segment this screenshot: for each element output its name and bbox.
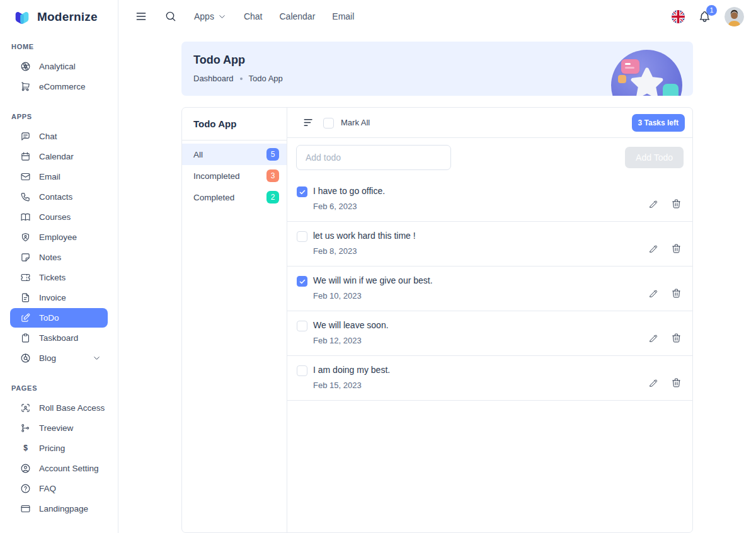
header-nav-link-label: Chat	[244, 11, 263, 21]
sidebar-nav: HOME Analytical eCommerce	[0, 43, 118, 519]
delete-todo-button[interactable]	[671, 243, 682, 254]
sidebar-item-label: Roll Base Access	[39, 403, 105, 413]
delete-todo-button[interactable]	[671, 288, 682, 299]
header-nav-link[interactable]: Email	[332, 11, 354, 21]
sidebar-item[interactable]: Calendar	[10, 147, 108, 166]
todo-filter-count-badge: 3	[266, 169, 279, 182]
top-header: Apps Chat Calendar Email	[118, 0, 756, 33]
search-button[interactable]	[164, 10, 177, 23]
modernize-logo-icon	[13, 8, 32, 26]
todo-item: We will win if we give our best. Feb 10,…	[287, 266, 692, 311]
sort-button[interactable]	[302, 117, 314, 129]
message-icon	[20, 131, 31, 142]
add-todo-button[interactable]: Add Todo	[625, 147, 684, 168]
sidebar-item[interactable]: Blog	[10, 348, 108, 368]
uk-flag-icon	[672, 10, 685, 23]
sidebar-item[interactable]: Chat	[10, 127, 108, 146]
calendar-icon	[20, 151, 31, 162]
sidebar-item-label: Landingpage	[39, 504, 88, 513]
todo-item-title: We will win if we give our best.	[313, 275, 433, 285]
sidebar-item[interactable]: Analytical	[10, 57, 108, 76]
profile-menu-button[interactable]	[724, 7, 744, 26]
user-scan-icon	[20, 403, 31, 413]
sidebar-section-label: HOME	[11, 43, 118, 50]
breadcrumb-link-dashboard[interactable]: Dashboard	[193, 74, 234, 83]
banner-illustration	[611, 50, 682, 96]
brand-logo[interactable]: Modernize	[0, 0, 118, 26]
header-nav-link[interactable]: Apps	[194, 11, 227, 21]
todo-item-checkbox[interactable]	[297, 276, 307, 287]
todo-filter-count-badge: 5	[266, 148, 279, 161]
sidebar-item-label: Blog	[39, 353, 56, 363]
header-actions: 1	[672, 7, 744, 26]
todo-item-date: Feb 6, 2023	[313, 202, 385, 211]
sidebar-item-label: Chat	[39, 132, 57, 141]
sidebar-item[interactable]: Notes	[10, 248, 108, 267]
invoice-icon	[20, 292, 31, 303]
sidebar-section: PAGES Roll Base Access Treeview	[0, 384, 118, 519]
sidebar-item[interactable]: Tickets	[10, 268, 108, 287]
edit-todo-button[interactable]	[648, 377, 659, 388]
todo-filter-label: Incompleted	[193, 171, 240, 181]
todo-filter-item[interactable]: Incompleted 3	[182, 165, 287, 186]
main-content: Todo App Dashboard Todo App To	[118, 42, 756, 533]
edit-todo-button[interactable]	[648, 243, 659, 254]
sidebar-item[interactable]: Email	[10, 167, 108, 186]
sidebar-item-label: Taskboard	[39, 333, 78, 343]
delete-todo-button[interactable]	[671, 198, 682, 209]
todo-filter-label: Completed	[193, 193, 234, 202]
notifications-button[interactable]: 1	[698, 10, 711, 23]
sidebar-item[interactable]: eCommerce	[10, 77, 108, 96]
sidebar-item-label: Invoice	[39, 293, 66, 302]
edit-todo-button[interactable]	[648, 288, 659, 299]
menu-icon	[135, 10, 147, 23]
sidebar-toggle-button[interactable]	[135, 10, 147, 23]
help-icon	[20, 483, 31, 494]
delete-todo-button[interactable]	[671, 333, 682, 343]
header-nav-link[interactable]: Calendar	[280, 11, 316, 21]
todo-item-checkbox[interactable]	[297, 186, 307, 197]
sidebar-item-label: Calendar	[39, 152, 74, 161]
sidebar-item[interactable]: Contacts	[10, 187, 108, 207]
check-icon	[299, 278, 306, 285]
pencil-icon	[648, 243, 659, 254]
trash-icon	[671, 333, 682, 343]
add-todo-input[interactable]	[296, 145, 451, 170]
todo-item-checkbox[interactable]	[297, 365, 307, 376]
sidebar-item[interactable]: ToDo	[10, 308, 108, 328]
delete-todo-button[interactable]	[671, 377, 682, 388]
sidebar-item-label: eCommerce	[39, 82, 86, 91]
sidebar-item[interactable]: Pricing	[10, 438, 108, 458]
sidebar-item[interactable]: Taskboard	[10, 328, 108, 348]
sidebar-item[interactable]: Courses	[10, 207, 108, 227]
edit-todo-button[interactable]	[648, 333, 659, 343]
sidebar-item[interactable]: Treeview	[10, 418, 108, 438]
todo-item-date: Feb 15, 2023	[313, 381, 390, 390]
todo-item-date: Feb 10, 2023	[313, 291, 433, 301]
header-nav-link[interactable]: Chat	[244, 11, 263, 21]
language-flag-button[interactable]	[672, 10, 685, 23]
todo-item-checkbox[interactable]	[297, 231, 307, 242]
edit-todo-button[interactable]	[648, 198, 659, 209]
illustration-teal-block	[663, 84, 679, 96]
sidebar-item[interactable]: Landingpage	[10, 499, 108, 519]
sidebar-item[interactable]: Invoice	[10, 288, 108, 307]
check-icon	[299, 188, 306, 196]
sidebar-item[interactable]: Account Setting	[10, 459, 108, 478]
todo-item-title: let us work hard this time !	[313, 231, 416, 241]
sidebar-item[interactable]: Employee	[10, 227, 108, 247]
sidebar-item[interactable]: FAQ	[10, 479, 108, 498]
todo-filter-item[interactable]: Completed 2	[182, 186, 287, 208]
todo-item-checkbox[interactable]	[297, 321, 307, 331]
sidebar-item[interactable]: Roll Base Access	[10, 398, 108, 418]
sidebar-item-label: Contacts	[39, 192, 72, 202]
trash-icon	[671, 243, 682, 254]
trash-icon	[671, 288, 682, 299]
mark-all-checkbox[interactable]	[323, 118, 334, 129]
todo-filter-item[interactable]: All 5	[182, 144, 287, 165]
todo-filter-count-badge: 2	[266, 191, 279, 203]
pencil-icon	[648, 198, 659, 209]
edit-icon	[20, 312, 31, 323]
chevron-down-icon	[217, 12, 227, 21]
todo-item: I am doing my best. Feb 15, 2023	[287, 356, 692, 401]
